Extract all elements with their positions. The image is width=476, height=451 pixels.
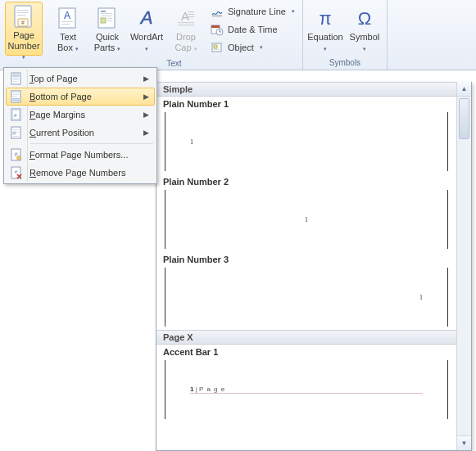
- page-number-sample: 1: [419, 294, 423, 301]
- equation-button[interactable]: π Equation ▾: [306, 2, 344, 56]
- page-number-sample: 1: [190, 138, 193, 146]
- svg-rect-40: [13, 94, 19, 95]
- svg-rect-29: [214, 45, 217, 48]
- symbols-group-label: Symbols: [306, 56, 383, 70]
- equation-label: Equation: [307, 32, 342, 42]
- scroll-down-button[interactable]: ▼: [457, 435, 471, 450]
- gallery-item-title: Plain Number 3: [163, 255, 450, 264]
- svg-rect-12: [101, 13, 112, 14]
- svg-text:A: A: [139, 7, 153, 28]
- svg-rect-8: [61, 21, 73, 22]
- svg-rect-48: [13, 132, 16, 134]
- signature-line-button[interactable]: Signature Line ▾: [208, 3, 297, 20]
- gallery-preview: 1: [165, 190, 448, 249]
- svg-rect-3: [17, 15, 25, 16]
- svg-rect-35: [13, 78, 19, 79]
- svg-rect-42: [13, 99, 19, 101]
- svg-rect-36: [13, 79, 19, 80]
- gallery-preview: 1: [165, 112, 448, 171]
- gallery-preview: 1: [165, 268, 448, 327]
- object-button[interactable]: Object ▾: [208, 39, 297, 56]
- gallery-item-title: Plain Number 2: [163, 177, 450, 187]
- dropdown-arrow-icon: ▾: [260, 44, 263, 51]
- svg-rect-24: [212, 16, 222, 16]
- symbol-icon: Ω: [351, 5, 378, 31]
- dropdown-arrow-icon: ▾: [117, 46, 120, 52]
- text-group: A Text Box ▾ Quick Parts ▾ A WordArt ▾: [46, 0, 303, 70]
- svg-rect-15: [107, 18, 112, 19]
- scroll-thumb[interactable]: [459, 98, 469, 139]
- text-box-button[interactable]: A Text Box ▾: [49, 2, 87, 56]
- text-box-label-1: Text: [60, 32, 76, 42]
- accent-line: [190, 393, 423, 394]
- dropdown-arrow-icon: ▾: [75, 46, 79, 52]
- quick-parts-icon: [94, 5, 120, 31]
- menu-label: Top of Page: [26, 74, 143, 83]
- page-number-sample: 1: [305, 216, 308, 223]
- quick-parts-label-1: Quick: [96, 32, 119, 42]
- svg-rect-37: [13, 81, 17, 82]
- svg-rect-11: [101, 11, 106, 12]
- text-box-icon: A: [55, 5, 81, 31]
- menu-current-position[interactable]: Current Position ▶: [6, 124, 155, 142]
- svg-text:A: A: [64, 10, 70, 21]
- menu-label: Bottom of Page: [26, 92, 143, 101]
- svg-text:Ω: Ω: [358, 8, 371, 29]
- quick-parts-label-2: Parts: [94, 43, 116, 52]
- gallery-item-plain1[interactable]: Plain Number 1 1: [156, 97, 456, 174]
- menu-separator: [30, 143, 153, 144]
- object-label: Object: [228, 43, 254, 52]
- quick-parts-button[interactable]: Quick Parts ▾: [88, 2, 126, 56]
- wordart-icon: A: [134, 5, 160, 31]
- date-time-icon: [211, 23, 224, 36]
- svg-rect-34: [13, 74, 19, 77]
- wordart-label: WordArt: [130, 32, 163, 42]
- svg-text:#: #: [15, 151, 18, 157]
- page-margins-icon: #: [7, 106, 26, 124]
- gallery-item-title: Plain Number 1: [163, 99, 450, 109]
- symbol-button[interactable]: Ω Symbol ▾: [346, 2, 383, 56]
- menu-bottom-of-page[interactable]: Bottom of Page ▶: [6, 88, 155, 106]
- drop-cap-button[interactable]: A Drop Cap ▾: [167, 2, 205, 56]
- header-footer-partial: # Page Number ▾: [0, 0, 46, 70]
- symbol-label: Symbol: [350, 32, 380, 42]
- date-time-label: Date & Time: [228, 25, 278, 34]
- submenu-arrow-icon: ▶: [143, 92, 154, 101]
- gallery-scrollbar[interactable]: ▲ ▼: [456, 82, 471, 450]
- page-number-menu: Top of Page ▶ Bottom of Page ▶ # Page Ma…: [3, 67, 157, 184]
- svg-text:A: A: [181, 9, 189, 23]
- svg-rect-49: [16, 132, 19, 133]
- submenu-arrow-icon: ▶: [143, 129, 154, 137]
- dropdown-arrow-icon: ▾: [145, 46, 148, 52]
- svg-rect-41: [13, 96, 17, 97]
- svg-rect-1: [17, 10, 29, 11]
- menu-label: Remove Page Numbers: [26, 168, 154, 178]
- wordart-button[interactable]: A WordArt ▾: [128, 2, 165, 56]
- scroll-up-button[interactable]: ▲: [457, 82, 471, 97]
- svg-rect-30: [214, 49, 220, 50]
- page-number-gallery: Simple Plain Number 1 1 Plain Number 2 1…: [156, 82, 472, 451]
- menu-format-page-numbers[interactable]: # Format Page Numbers...: [6, 146, 155, 164]
- menu-top-of-page[interactable]: Top of Page ▶: [6, 70, 155, 88]
- svg-rect-47: [13, 129, 19, 130]
- menu-page-margins[interactable]: # Page Margins ▶: [6, 106, 155, 124]
- submenu-arrow-icon: ▶: [143, 110, 154, 119]
- gallery-item-plain3[interactable]: Plain Number 3 1: [156, 252, 456, 330]
- svg-rect-9: [61, 24, 70, 25]
- gallery-item-plain2[interactable]: Plain Number 2 1: [156, 174, 456, 252]
- svg-point-53: [17, 156, 21, 160]
- gallery-item-accentbar1[interactable]: Accent Bar 1 1 | P a g e: [156, 345, 456, 422]
- submenu-arrow-icon: ▶: [143, 74, 154, 83]
- drop-cap-label-1: Drop: [176, 32, 196, 42]
- format-page-numbers-icon: #: [7, 146, 26, 164]
- page-number-icon: #: [11, 5, 37, 29]
- dropdown-arrow-icon: ▾: [292, 8, 295, 15]
- menu-remove-page-numbers[interactable]: # Remove Page Numbers: [6, 164, 155, 182]
- ribbon: # Page Number ▾ A Text Box ▾ Quick: [0, 0, 476, 70]
- page-number-button[interactable]: # Page Number ▾: [5, 2, 43, 56]
- gallery-item-title: Accent Bar 1: [163, 347, 450, 357]
- dropdown-arrow-icon: ▾: [194, 46, 197, 52]
- svg-rect-39: [13, 92, 19, 93]
- text-box-label-2: Box: [57, 43, 73, 52]
- date-time-button[interactable]: Date & Time: [208, 21, 297, 38]
